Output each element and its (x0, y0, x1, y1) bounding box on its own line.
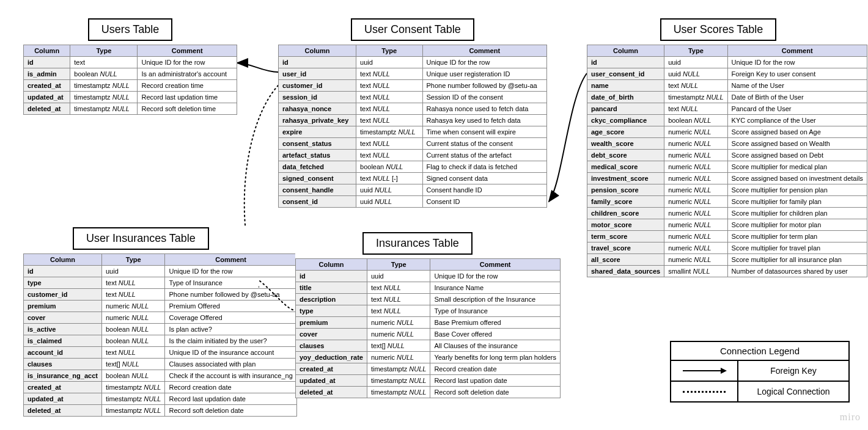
column-name: account_id (24, 347, 102, 359)
table-row: iduuidUnique ID for the row (296, 271, 561, 282)
column-name: id (296, 271, 367, 282)
column-comment: Rahasya key used to fetch data (422, 115, 547, 126)
column-name: premium (24, 301, 102, 312)
consent-table: User Consent Table Column Type Comment i… (278, 18, 547, 208)
column-name: pension_score (587, 184, 664, 196)
column-type: timestamptz NULL (367, 375, 430, 387)
column-comment: Score multiplier for travel plan (727, 242, 867, 254)
column-comment: Unique user registeration ID (422, 68, 547, 80)
column-comment: Unique ID for the row (430, 271, 561, 282)
table-row: term_scorenumeric NULLScore multiplier f… (587, 231, 867, 242)
column-comment: Unique ID of the insurance account (165, 347, 296, 359)
column-type: numeric NULL (664, 231, 727, 242)
column-name: deleted_at (24, 103, 70, 115)
insurances-grid: Column Type Comment iduuidUnique ID for … (295, 258, 561, 398)
column-comment: Base Cover offered (430, 329, 561, 340)
table-row: is_activeboolean NULLIs plan active? (24, 324, 297, 335)
column-type: boolean NULL (664, 115, 727, 126)
table-row: investment_scorenumeric NULLScore assign… (587, 173, 867, 184)
column-type: text NULL (664, 80, 727, 92)
column-name: is_admin (24, 68, 70, 80)
column-name: created_at (296, 363, 367, 375)
table-row: age_scorenumeric NULLScore assigned base… (587, 126, 867, 138)
column-comment: Consent handle ID (422, 184, 547, 196)
table-row: titletext NULLInsurance Name (296, 282, 561, 294)
table-row: medical_scorenumeric NULLScore multiplie… (587, 161, 867, 173)
column-name: rahasya_nonce (279, 103, 356, 115)
column-type: numeric NULL (664, 219, 727, 231)
column-type: timestamptz NULL (664, 92, 727, 103)
column-type: numeric NULL (664, 138, 727, 150)
column-comment: Premium Offered (165, 301, 296, 312)
column-type: numeric NULL (101, 312, 164, 324)
column-comment: Check if the account is with insurance_n… (165, 370, 296, 382)
table-row: covernumeric NULLBase Cover offered (296, 329, 561, 340)
table-row: debt_scorenumeric NULLScore assigned bas… (587, 150, 867, 161)
table-row: ckyc_complianceboolean NULLKYC complianc… (587, 115, 867, 126)
column-comment: Record creation date (165, 382, 296, 393)
miro-watermark: miro (840, 412, 861, 423)
column-name: id (279, 57, 356, 68)
column-comment: Insurance Name (430, 282, 561, 294)
column-type: numeric NULL (664, 126, 727, 138)
table-row: updated_attimestamptz NULLRecord last up… (24, 92, 237, 103)
column-name: is_claimed (24, 335, 102, 347)
column-type: uuid (664, 57, 727, 68)
column-comment: Flag to check if data is fetched (422, 161, 547, 173)
column-type: numeric NULL (367, 352, 430, 363)
column-comment: Unique ID for the row (422, 57, 547, 68)
users-table: Users Table Column Type Comment idtextUn… (23, 18, 237, 115)
column-type: boolean NULL (101, 370, 164, 382)
column-type: boolean NULL (101, 335, 164, 347)
legend-title: Connection Legend (671, 342, 848, 361)
column-type: text NULL [-] (356, 173, 422, 184)
column-comment: Record soft deletion date (165, 405, 296, 417)
column-comment: Current status of the artefact (422, 150, 547, 161)
column-name: ckyc_compliance (587, 115, 664, 126)
column-comment: Time when consent will expire (422, 126, 547, 138)
column-comment: Score assigned based on Wealth (727, 138, 867, 150)
column-type: text NULL (356, 115, 422, 126)
user-insurances-title: User Insurances Table (73, 227, 209, 250)
column-comment: Unique ID for the row (138, 57, 237, 68)
column-name: title (296, 282, 367, 294)
table-row: created_attimestamptz NULLRecord creatio… (24, 80, 237, 92)
column-type: timestamptz NULL (367, 363, 430, 375)
table-row: is_claimedboolean NULLIs the claim initi… (24, 335, 297, 347)
column-name: motor_score (587, 219, 664, 231)
column-type: uuid (101, 266, 164, 277)
table-row: nametext NULLName of the User (587, 80, 867, 92)
column-type: text NULL (101, 277, 164, 289)
table-row: motor_scorenumeric NULLScore multiplier … (587, 219, 867, 231)
table-row: deleted_attimestamptz NULLRecord soft de… (24, 405, 297, 417)
arrow-icon (683, 370, 726, 371)
comment-header: Comment (138, 45, 237, 57)
scores-grid: Column Type Comment iduuidUnique ID for … (587, 45, 867, 277)
column-name: age_score (587, 126, 664, 138)
column-name: type (24, 277, 102, 289)
column-comment: Score multiplier for term plan (727, 231, 867, 242)
consent-table-title: User Consent Table (351, 18, 474, 41)
column-name: all_score (587, 254, 664, 266)
table-row: user_idtext NULLUnique user registeratio… (279, 68, 547, 80)
column-comment: Is an administrator's account (138, 68, 237, 80)
column-type: text[] NULL (101, 359, 164, 370)
column-comment: Session ID of the consent (422, 92, 547, 103)
column-name: clauses (24, 359, 102, 370)
column-type: uuid (367, 271, 430, 282)
column-name: session_id (279, 92, 356, 103)
column-name: cover (24, 312, 102, 324)
table-row: premiumnumeric NULLBase Premium offered (296, 317, 561, 329)
column-name: consent_status (279, 138, 356, 150)
column-type: timestamptz NULL (367, 387, 430, 398)
table-row: typetext NULLType of Insurance (296, 305, 561, 317)
column-comment: Foreign Key to user consent (727, 68, 867, 80)
column-type: timestamptz NULL (70, 80, 138, 92)
column-type: text NULL (356, 80, 422, 92)
column-type: text NULL (367, 294, 430, 305)
table-row: artefact_statustext NULLCurrent status o… (279, 150, 547, 161)
table-row: idtextUnique ID for the row (24, 57, 237, 68)
legend-row-fk: Foreign Key (671, 361, 848, 382)
column-name: cover (296, 329, 367, 340)
column-name: shared_data_sources (587, 266, 664, 277)
